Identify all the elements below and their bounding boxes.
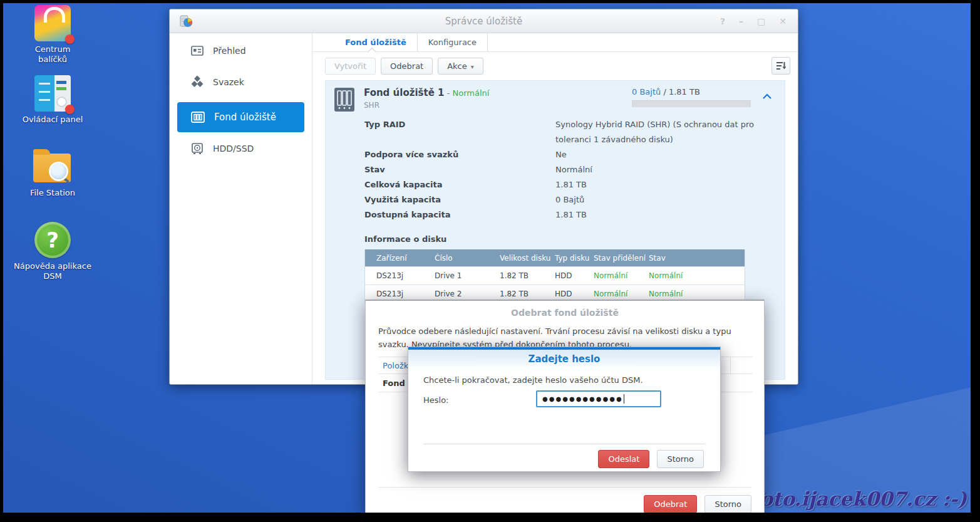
cell-device: DS213j	[365, 290, 431, 298]
disk-table: Zařízení Číslo Velikost disku Typ disku …	[364, 249, 745, 303]
chevron-down-icon: ▾	[471, 63, 474, 70]
detail-value-status: Normální	[555, 162, 755, 177]
detail-row: Celková kapacita 1.81 TB	[364, 177, 785, 192]
pool-status: Normální	[452, 88, 489, 98]
overview-icon	[190, 44, 204, 58]
cell-status: Normální	[646, 271, 745, 280]
detail-row: Využitá kapacita 0 Bajtů	[364, 192, 785, 207]
used-capacity: 0 Bajtů	[632, 87, 661, 97]
col-header: Číslo	[431, 254, 497, 263]
action-label: Akce	[447, 61, 467, 71]
detail-label: Typ RAID	[364, 117, 555, 147]
submit-button[interactable]: Odeslat	[598, 450, 649, 468]
detail-value: 1.81 TB	[555, 207, 755, 222]
cell-type: HDD	[552, 271, 591, 280]
action-dropdown-button[interactable]: Akce▾	[438, 58, 483, 75]
detail-row: Dostupná kapacita 1.81 TB	[364, 207, 785, 222]
pool-title-separator: -	[445, 88, 453, 98]
pool-title: Fond úložiště 1	[364, 87, 445, 98]
photo-watermark: foto.ijacek007.cz :-)	[751, 488, 967, 510]
cancel-remove-button[interactable]: Storno	[704, 495, 751, 513]
col-header: Zařízení	[365, 254, 431, 263]
storage-pool-icon	[190, 110, 205, 125]
col-header: Typ disku	[552, 254, 591, 263]
detail-row: Typ RAID Synology Hybrid RAID (SHR) (S o…	[364, 117, 785, 147]
detail-label: Podpora více svazků	[364, 147, 555, 162]
collapse-panel-button[interactable]	[762, 93, 772, 112]
detail-label: Využitá kapacita	[364, 192, 555, 207]
cell-number: Drive 2	[431, 290, 497, 298]
detail-label: Stav	[364, 162, 555, 177]
cell-number: Drive 1	[431, 271, 497, 280]
detail-value: 0 Bajtů	[555, 192, 755, 207]
disk-table-header: Zařízení Číslo Velikost disku Typ disku …	[365, 249, 745, 266]
desktop-icon-package-center[interactable]: Centrum balíčků	[6, 4, 100, 65]
password-label: Heslo:	[423, 395, 449, 405]
desktop-icon-label: Centrum balíčků	[27, 44, 78, 65]
confirm-remove-button[interactable]: Odebrat	[644, 495, 697, 513]
close-button[interactable]: ✕	[779, 17, 787, 26]
password-dialog-message: Chcete-li pokračovat, zadejte heslo vaše…	[423, 375, 643, 385]
masked-password-value: ●●●●●●●●●●●●	[542, 395, 623, 402]
storage-manager-app-icon	[178, 14, 193, 29]
sidebar-item-label: Svazek	[213, 77, 244, 87]
window-titlebar[interactable]: Správce úložiště ? – ▢ ✕	[170, 9, 798, 33]
detail-value: Synology Hybrid RAID (SHR) (S ochranou d…	[555, 117, 755, 147]
text-caret	[624, 394, 624, 404]
desktop-icon-dsm-help[interactable]: ? Nápověda aplikace DSM	[6, 221, 100, 281]
tab-configuration[interactable]: Konfigurace	[418, 33, 488, 51]
cell-size: 1.82 TB	[497, 271, 552, 280]
chevron-up-icon	[762, 93, 772, 100]
create-button[interactable]: Vytvořit	[325, 58, 376, 75]
detail-row: Stav Normální	[364, 162, 785, 177]
notification-dot	[65, 105, 75, 114]
sort-list-button[interactable]	[771, 57, 790, 75]
help-icon: ?	[33, 221, 72, 259]
detail-label: Dostupná kapacita	[364, 207, 555, 222]
detail-value: 1.81 TB	[555, 177, 755, 192]
file-station-icon	[33, 147, 72, 186]
sidebar-item-label: Fond úložiště	[214, 112, 276, 123]
password-input[interactable]: ●●●●●●●●●●●●	[536, 390, 661, 407]
col-header: Stav přidělení	[591, 254, 646, 263]
dialog-title: Odebrat fond úložiště	[366, 308, 764, 318]
window-title: Správce úložiště	[445, 16, 522, 27]
cell-size: 1.82 TB	[497, 290, 552, 298]
tab-bar: Fond úložiště Konfigurace	[312, 33, 798, 52]
minimize-button[interactable]: –	[739, 17, 743, 26]
desktop-icon-control-panel[interactable]: Ovládací panel	[6, 74, 100, 125]
disk-info-heading: Informace o disku	[364, 234, 785, 244]
desktop-icon-label: File Station	[30, 188, 75, 198]
remove-button[interactable]: Odebrat	[381, 58, 433, 75]
cell-allocation-status: Normální	[591, 290, 646, 298]
nas-enclosure-icon	[334, 87, 355, 112]
help-button[interactable]: ?	[720, 17, 725, 26]
sidebar-item-storage-pool[interactable]: Fond úložiště	[177, 102, 304, 132]
toolbar: Vytvořit Odebrat Akce▾	[312, 52, 798, 80]
col-header: Velikost disku	[497, 254, 552, 263]
cancel-button[interactable]: Storno	[657, 450, 704, 468]
table-row: DS213j Drive 1 1.82 TB HDD Normální Norm…	[365, 266, 745, 284]
usage-progress-bar	[632, 100, 751, 107]
sidebar-item-overview[interactable]: Přehled	[177, 39, 304, 62]
notification-dot	[65, 34, 75, 44]
sidebar: Přehled Svazek	[170, 33, 312, 384]
dialog-title: Zadejte heslo	[408, 350, 720, 368]
col-header: Stav	[646, 254, 745, 263]
sidebar-item-label: HDD/SSD	[213, 144, 254, 154]
control-panel-icon	[33, 74, 72, 113]
pool-raid-type: SHR	[364, 101, 489, 110]
desktop-icon-file-station[interactable]: File Station	[6, 147, 100, 198]
package-center-icon	[33, 4, 72, 43]
capacity-usage: 0 Bajtů / 1.81 TB	[632, 87, 751, 112]
maximize-button[interactable]: ▢	[757, 17, 765, 26]
tab-storage-pool[interactable]: Fond úložiště	[334, 33, 418, 51]
cell-allocation-status: Normální	[591, 271, 646, 280]
sidebar-item-volume[interactable]: Svazek	[177, 71, 304, 93]
total-capacity: / 1.81 TB	[661, 87, 700, 97]
sidebar-item-hdd-ssd[interactable]: HDD/SSD	[177, 137, 304, 160]
pool-details: Typ RAID Synology Hybrid RAID (SHR) (S o…	[364, 117, 785, 222]
cell-status: Normální	[646, 290, 745, 298]
hdd-icon	[190, 142, 204, 155]
cubes-icon	[190, 75, 204, 89]
